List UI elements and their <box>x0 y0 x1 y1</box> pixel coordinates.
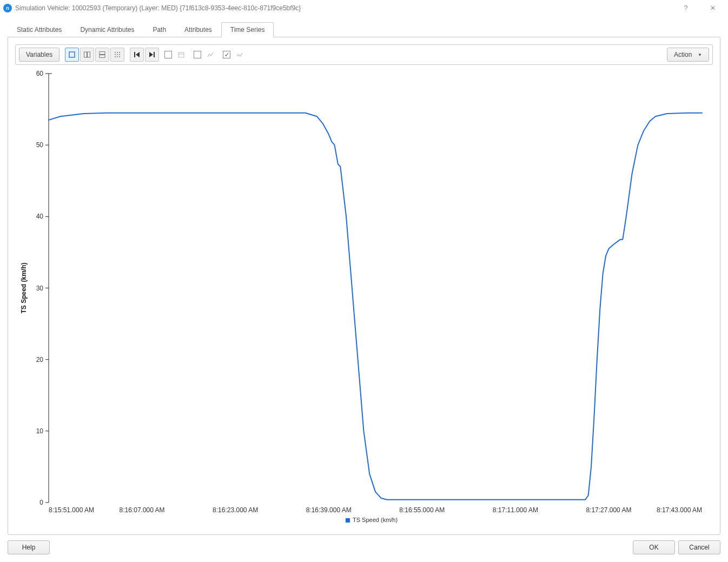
window-title: Simulation Vehicle: 10002593 (Temporary)… <box>15 4 671 12</box>
chart-area: 01020304050608:15:51.000 AM8:16:07.000 A… <box>15 67 713 527</box>
nav-icon-group <box>130 48 159 62</box>
help-button-footer[interactable]: Help <box>8 540 50 554</box>
line-chart-icon[interactable] <box>203 48 217 62</box>
svg-point-5 <box>115 52 116 53</box>
line-chart-2-icon[interactable] <box>233 48 247 62</box>
svg-text:30: 30 <box>36 285 44 292</box>
svg-text:8:16:39.000 AM: 8:16:39.000 AM <box>306 506 352 514</box>
app-icon: n <box>3 4 12 12</box>
svg-point-12 <box>117 56 118 57</box>
svg-rect-2 <box>88 52 90 57</box>
grid-view-icon[interactable] <box>110 48 124 62</box>
close-button[interactable]: ✕ <box>701 0 725 16</box>
ok-button[interactable]: OK <box>633 540 675 554</box>
svg-marker-17 <box>149 52 153 57</box>
svg-text:TS Speed (km/h): TS Speed (km/h) <box>353 517 398 523</box>
layout-icon-group <box>65 48 124 62</box>
svg-rect-4 <box>100 55 105 58</box>
calendar-icon[interactable] <box>174 48 188 62</box>
svg-rect-45 <box>346 518 350 523</box>
svg-text:20: 20 <box>36 356 44 363</box>
dialog-footer: Help OK Cancel <box>0 535 728 562</box>
action-dropdown[interactable]: Action ▼ <box>667 48 709 62</box>
toggle-2-checkbox[interactable] <box>194 51 201 58</box>
variables-button[interactable]: Variables <box>19 48 59 62</box>
svg-rect-1 <box>84 52 87 57</box>
svg-text:10: 10 <box>36 427 44 435</box>
svg-rect-18 <box>178 52 184 57</box>
tab-panel-time-series: Variables <box>8 37 720 535</box>
toggle-3-checkbox[interactable]: ✓ <box>223 51 230 58</box>
single-view-icon[interactable] <box>65 48 79 62</box>
action-label: Action <box>674 51 692 58</box>
svg-point-9 <box>117 54 118 55</box>
svg-text:8:17:43.000 AM: 8:17:43.000 AM <box>657 506 702 514</box>
svg-point-13 <box>119 56 120 57</box>
tab-time-series[interactable]: Time Series <box>221 22 274 37</box>
svg-text:50: 50 <box>36 141 44 149</box>
cancel-button[interactable]: Cancel <box>678 540 720 554</box>
vertical-split-icon[interactable] <box>95 48 109 62</box>
svg-rect-3 <box>100 52 105 55</box>
svg-text:8:16:07.000 AM: 8:16:07.000 AM <box>120 506 165 514</box>
tab-path[interactable]: Path <box>143 22 175 37</box>
svg-text:8:15:51.000 AM: 8:15:51.000 AM <box>49 506 94 514</box>
chart-toolbar: Variables <box>15 44 713 65</box>
svg-point-7 <box>119 52 120 53</box>
svg-text:8:16:55.000 AM: 8:16:55.000 AM <box>399 506 445 514</box>
svg-point-8 <box>115 54 116 55</box>
svg-text:0: 0 <box>39 499 43 506</box>
tab-dynamic-attributes[interactable]: Dynamic Attributes <box>71 22 143 37</box>
svg-rect-16 <box>154 52 155 57</box>
svg-text:TS Speed (km/h): TS Speed (km/h) <box>20 262 28 313</box>
tab-strip: Static AttributesDynamic AttributesPathA… <box>0 22 728 37</box>
last-icon[interactable] <box>145 48 159 62</box>
toggle-group-3: ✓ <box>223 48 247 62</box>
svg-text:8:17:27.000 AM: 8:17:27.000 AM <box>586 506 631 514</box>
svg-marker-15 <box>136 52 140 57</box>
svg-text:40: 40 <box>36 213 44 220</box>
help-button[interactable]: ? <box>674 0 698 16</box>
toggle-group-2 <box>194 48 217 62</box>
toggle-1-checkbox[interactable] <box>164 51 172 58</box>
svg-text:60: 60 <box>36 70 44 77</box>
tab-static-attributes[interactable]: Static Attributes <box>8 22 71 37</box>
horizontal-split-icon[interactable] <box>80 48 94 62</box>
titlebar: n Simulation Vehicle: 10002593 (Temporar… <box>0 0 728 16</box>
svg-point-6 <box>117 52 118 53</box>
svg-text:8:16:23.000 AM: 8:16:23.000 AM <box>213 506 258 514</box>
line-chart: 01020304050608:15:51.000 AM8:16:07.000 A… <box>15 67 713 527</box>
toggle-group-1 <box>164 48 188 62</box>
first-icon[interactable] <box>130 48 144 62</box>
svg-point-10 <box>119 54 120 55</box>
tab-attributes[interactable]: Attributes <box>175 22 221 37</box>
chevron-down-icon: ▼ <box>698 52 702 57</box>
svg-point-11 <box>115 56 116 57</box>
svg-rect-14 <box>134 52 135 57</box>
svg-text:8:17:11.000 AM: 8:17:11.000 AM <box>493 506 538 514</box>
svg-rect-0 <box>69 52 75 57</box>
window-root: n Simulation Vehicle: 10002593 (Temporar… <box>0 0 728 562</box>
